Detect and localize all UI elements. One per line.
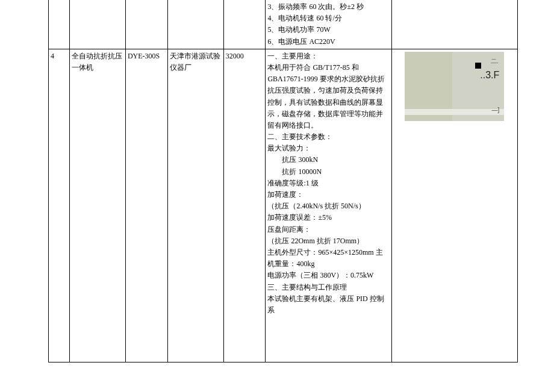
desc-line: 本机用于符合 GB/T177-85 和 GBΛ17671-1999 要求的水泥胶…	[267, 62, 389, 131]
desc-line: （抗压（2.40kN/s 抗折 50N/s）	[267, 201, 389, 212]
cell-manufacturer	[167, 0, 223, 49]
cell-model	[125, 0, 167, 49]
cell-num	[49, 0, 70, 49]
table-row: 4 全自动抗折抗压一体机 DYE-300S 天津市港源试验仪器厂 32000 一…	[49, 49, 518, 362]
cell-name	[69, 0, 125, 49]
desc-line: 6、电源电压 AC220V	[267, 36, 389, 48]
desc-line: （抗压 22Omm 抗折 17Omm）	[267, 235, 389, 247]
desc-line: 抗压 300kN	[267, 154, 389, 166]
cell-image: 二. ..3.F —]	[391, 49, 517, 362]
document-page: 3、振动频率 60 次由。秒±2 秒 4、电动机转速 60 转/分 5、电动机功…	[0, 0, 554, 392]
image-label: ..3.F	[480, 67, 499, 83]
cell-image	[391, 0, 517, 49]
table-row: 3、振动频率 60 次由。秒±2 秒 4、电动机转速 60 转/分 5、电动机功…	[49, 0, 518, 49]
desc-line: 压盘间距离：	[267, 224, 389, 235]
desc-line: 二、主要技术参数：	[267, 131, 389, 143]
image-strip	[405, 109, 504, 115]
desc-line: 4、电动机转速 60 转/分	[267, 13, 389, 24]
cell-manufacturer: 天津市港源试验仪器厂	[167, 49, 223, 362]
desc-line: 本试验机主要有机架、液压 PID 控制系	[267, 293, 389, 316]
desc-line: 3、振动频率 60 次由。秒±2 秒	[267, 1, 389, 13]
cell-num: 4	[49, 49, 70, 362]
cell-name: 全自动抗折抗压一体机	[69, 49, 125, 362]
image-label: 二.	[491, 57, 499, 66]
cell-description: 3、振动频率 60 次由。秒±2 秒 4、电动机转速 60 转/分 5、电动机功…	[266, 0, 391, 49]
desc-line: 最大试验力：	[267, 143, 389, 154]
desc-line: 抗折 10000N	[267, 166, 389, 178]
desc-line: 电源功率（三相 380V）：0.75kW 三、主要结构与工作原理	[267, 270, 389, 293]
cell-model: DYE-300S	[125, 49, 167, 362]
cell-price	[223, 0, 266, 49]
cell-description: 一、主要用途： 本机用于符合 GB/T177-85 和 GBΛ17671-199…	[266, 49, 391, 362]
desc-line: 一、主要用途：	[267, 51, 389, 62]
desc-line: 主机外型尺寸：965×425×1250mm 主机重量：400kg	[267, 247, 389, 270]
equipment-image: 二. ..3.F —]	[405, 52, 504, 121]
image-label: —]	[492, 105, 500, 115]
desc-line: 加荷速度误差：±5%	[267, 212, 389, 223]
desc-line: 准确度等级:1 级	[267, 178, 389, 189]
desc-line: 加荷速度：	[267, 189, 389, 201]
equipment-table: 3、振动频率 60 次由。秒±2 秒 4、电动机转速 60 转/分 5、电动机功…	[48, 0, 518, 362]
desc-line: 5、电动机功率 70W	[267, 24, 389, 36]
cell-price: 32000	[223, 49, 266, 362]
